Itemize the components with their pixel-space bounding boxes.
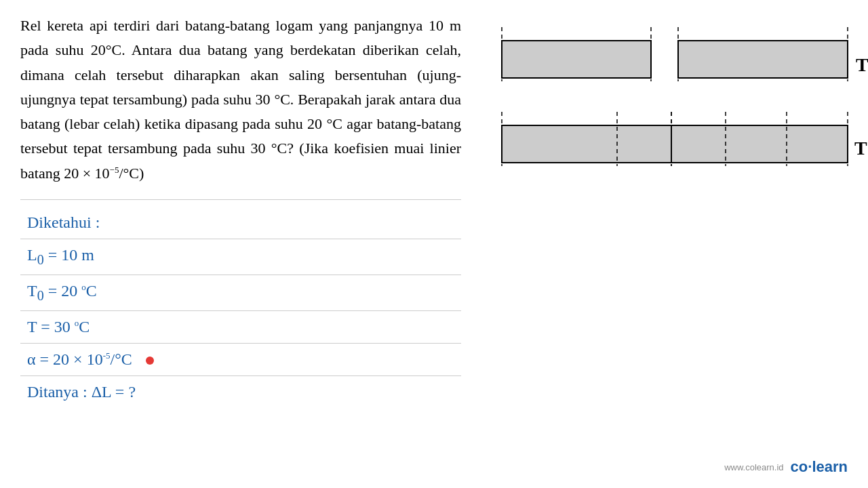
svg-rect-8 xyxy=(671,125,848,163)
problem-text: Rel kereta api terdiri dari batang-batan… xyxy=(20,14,461,186)
given-ditanya: Ditanya : ΔL = ? xyxy=(20,376,461,408)
logo-brand: co·learn xyxy=(791,458,848,476)
svg-rect-7 xyxy=(502,125,671,163)
rail-diagram: T0 T xyxy=(495,20,868,197)
main-container: Rel kereta api terdiri dari batang-batan… xyxy=(0,0,868,488)
left-panel: Rel kereta api terdiri dari batang-batan… xyxy=(20,14,475,474)
solution-section: Diketahui : L0 = 10 m T0 = 20 oC T = 30 … xyxy=(20,199,461,408)
svg-text:T: T xyxy=(854,138,867,159)
red-dot-indicator xyxy=(146,357,154,365)
given-T0: T0 = 20 oC xyxy=(20,275,461,311)
svg-text:T0: T0 xyxy=(856,54,868,81)
logo-website: www.colearn.id xyxy=(724,462,783,472)
svg-rect-1 xyxy=(678,41,848,78)
given-T: T = 30 oC xyxy=(20,311,461,344)
given-L0: L0 = 10 m xyxy=(20,239,461,275)
given-alpha: α = 20 × 10-5/°C xyxy=(20,344,461,376)
given-header: Diketahui : xyxy=(20,207,461,239)
right-panel: T0 T xyxy=(475,14,868,474)
svg-rect-0 xyxy=(502,41,651,78)
footer-logo: www.colearn.id co·learn xyxy=(724,458,848,476)
